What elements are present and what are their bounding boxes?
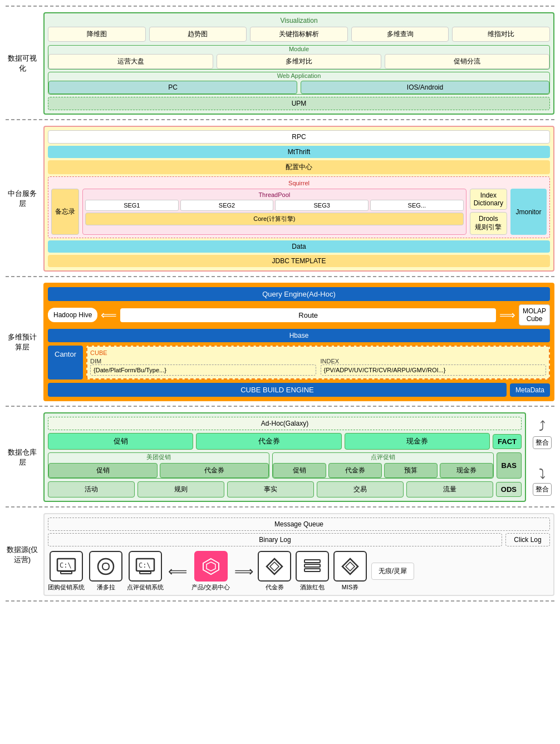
cube-area: CUBE DIM {Date/PlatForm/Bu/Type...} INDE… <box>86 346 550 380</box>
source-daijinquan: 代金券 <box>258 551 291 592</box>
mis-icon <box>333 551 367 582</box>
main-container: 数据可视化 Visualization 降维图 趋势图 关键指标解析 多维查询 … <box>0 0 560 607</box>
mis-label: MIS券 <box>342 583 359 592</box>
source-mis: MIS券 <box>333 551 367 592</box>
seg-row: SEG1 SEG2 SEG3 SEG... <box>85 200 464 211</box>
ods-liuliang: 流量 <box>406 481 493 497</box>
webapp-ios[interactable]: IOS/Android <box>301 81 549 94</box>
mid-content: RPC MtThrift 配置中心 Squirrel 备忘录 ThreadPoo… <box>43 126 554 272</box>
jdbc-row: JDBC TEMPLATE <box>48 255 550 267</box>
viz-btn-guanjian[interactable]: 关键指标解析 <box>250 27 348 42</box>
bas-meituan-title: 美团促销 <box>48 453 269 461</box>
module-duowei[interactable]: 多维对比 <box>217 54 381 69</box>
viz-btn-duowei[interactable]: 多维查询 <box>351 27 449 42</box>
source-jiulv: 酒旅红包 <box>296 551 329 592</box>
dim-values: {Date/PlatForm/Bu/Type...} <box>90 364 316 376</box>
cantor-cube-row: Cantor CUBE DIM {Date/PlatForm/Bu/Type..… <box>48 346 550 380</box>
seg1: SEG1 <box>85 200 179 211</box>
viz-btn-qushi[interactable]: 趋势图 <box>149 27 247 42</box>
sources-row: C:\ 团购促销系统 潘多拉 C:\ 点评促销系统 <box>48 551 550 592</box>
dw-outer: Ad-Hoc(Galaxy) 促销 代金券 现金券 FACT 美团促销 促销 <box>43 412 526 502</box>
seg2: SEG2 <box>180 200 274 211</box>
route-box: Route <box>120 308 496 322</box>
index-area: INDEX {PV/ADPV/UV/CTR/CVR/ARPU/GMV/ROI..… <box>321 358 546 376</box>
dim-index-row: DIM {Date/PlatForm/Bu/Type...} INDEX {PV… <box>90 358 546 376</box>
fact-daijinquan: 代金券 <box>196 433 341 450</box>
dw-main: Ad-Hoc(Galaxy) 促销 代金券 现金券 FACT 美团促销 促销 <box>43 412 554 502</box>
arrow-right-icon: ⟹ <box>499 308 515 322</box>
squirrel-title: Squirrel <box>51 180 547 186</box>
mq-row: Message Queue <box>48 518 550 531</box>
webapp-row: Web Application PC IOS/Android <box>48 72 550 95</box>
module-row: Module 运营大盘 多维对比 促销分流 <box>48 45 550 70</box>
svg-marker-7 <box>207 562 215 571</box>
data-row: Data <box>48 240 550 253</box>
dw-content: Ad-Hoc(Galaxy) 促销 代金券 现金券 FACT 美团促销 促销 <box>43 412 554 502</box>
ods-jiaoyi: 交易 <box>317 481 404 497</box>
svg-rect-10 <box>304 569 320 571</box>
daijin-icon <box>258 551 291 582</box>
ods-huodong: 活动 <box>48 481 135 497</box>
integration2-label: 整合 <box>533 483 552 496</box>
bas-d-daijin: 代金券 <box>328 463 382 478</box>
viz-btn-weizhidui[interactable]: 维指对比 <box>452 27 550 42</box>
ods-guize: 规则 <box>137 481 224 497</box>
svg-marker-6 <box>203 559 219 574</box>
source-tuangou: C:\ 团购促销系统 <box>48 551 85 592</box>
drools-box: Drools规则引擎 <box>470 212 507 235</box>
seg3: SEG3 <box>275 200 369 211</box>
mid-outer: RPC MtThrift 配置中心 Squirrel 备忘录 ThreadPoo… <box>43 126 554 272</box>
pandola-icon <box>89 551 122 582</box>
svg-text:C:\: C:\ <box>60 561 72 569</box>
multi-label: 多维预计算层 <box>6 332 39 352</box>
webapp-title: Web Application <box>48 72 549 79</box>
integration1: ⤴ 整合 <box>529 418 554 449</box>
visualization-section: 数据可视化 Visualization 降维图 趋势图 关键指标解析 多维查询 … <box>6 6 554 115</box>
daijin-label: 代金券 <box>266 583 284 592</box>
dim-area: DIM {Date/PlatForm/Bu/Type...} <box>90 358 316 376</box>
clicklog-box: Click Log <box>505 533 550 546</box>
viz-buttons: 降维图 趋势图 关键指标解析 多维查询 维指对比 <box>48 27 550 42</box>
multi-content: Query Engine(Ad-Hoc) Hadoop Hive ⟸ Route… <box>43 283 554 401</box>
route-row: Hadoop Hive ⟸ Route ⟹ MOLAPCube <box>48 304 550 326</box>
webapp-pc[interactable]: PC <box>48 81 297 94</box>
wuhen-box: 无痕/灵犀 <box>371 563 414 580</box>
pandola-label: 潘多拉 <box>97 583 115 592</box>
jmonitor-box: Jmonitor <box>510 189 547 235</box>
viz-btn-jiangwei[interactable]: 降维图 <box>48 27 146 42</box>
module-yunying[interactable]: 运营大盘 <box>48 54 213 69</box>
module-title: Module <box>48 46 549 52</box>
cube-build-row: CUBE BUILD ENGINE MetaData <box>48 383 550 397</box>
jiulv-icon <box>296 551 329 582</box>
squirrel-outer: Squirrel 备忘录 ThreadPool SEG1 SEG2 <box>48 176 550 238</box>
module-cuxiao[interactable]: 促销分流 <box>385 54 549 69</box>
module-items: 运营大盘 多维对比 促销分流 <box>48 54 549 69</box>
index-label: INDEX <box>321 358 546 364</box>
cube-build-box: CUBE BUILD ENGINE <box>48 383 507 397</box>
bas-m-daijin: 代金券 <box>160 463 269 478</box>
arrow-down-icon: ⤴ <box>539 465 546 481</box>
index-dict-box: IndexDictionary <box>470 189 507 210</box>
hbase-row: Hbase <box>48 329 550 342</box>
ods-row: 活动 规则 事实 交易 流量 ODS <box>48 481 522 497</box>
svg-text:C:\: C:\ <box>139 561 151 569</box>
threadpool-title: ThreadPool <box>85 191 464 198</box>
bas-d-cuxiao: 促销 <box>273 463 326 478</box>
fact-row: 促销 代金券 现金券 FACT <box>48 433 522 450</box>
source-pandola: 潘多拉 <box>89 551 122 592</box>
viz-title: Visualization <box>48 17 550 24</box>
config-row: 配置中心 <box>48 160 550 174</box>
upm-row: UPM <box>48 97 550 110</box>
bas-meituan-items: 促销 代金券 <box>48 463 269 478</box>
bas-badge: BAS <box>497 452 522 479</box>
ds-label: 数据源(仅运营) <box>6 545 39 565</box>
dw-section: 数据仓库层 Ad-Hoc(Galaxy) 促销 代金券 现金券 FACT 美团 <box>6 406 554 502</box>
arrow-from-center-icon: ⟹ <box>234 564 253 579</box>
multi-section: 多维预计算层 Query Engine(Ad-Hoc) Hadoop Hive … <box>6 276 554 401</box>
svg-rect-8 <box>304 560 320 563</box>
cube-title: CUBE <box>90 349 546 356</box>
bas-dianping: 点评促销 促销 代金券 预算 现金券 <box>272 452 494 479</box>
squirrel-inner: 备忘录 ThreadPool SEG1 SEG2 SEG3 SEG... Co <box>51 189 547 235</box>
bas-dianping-title: 点评促销 <box>273 453 493 461</box>
mid-section: 中台服务层 RPC MtThrift 配置中心 Squirrel 备忘录 <box>6 119 554 272</box>
